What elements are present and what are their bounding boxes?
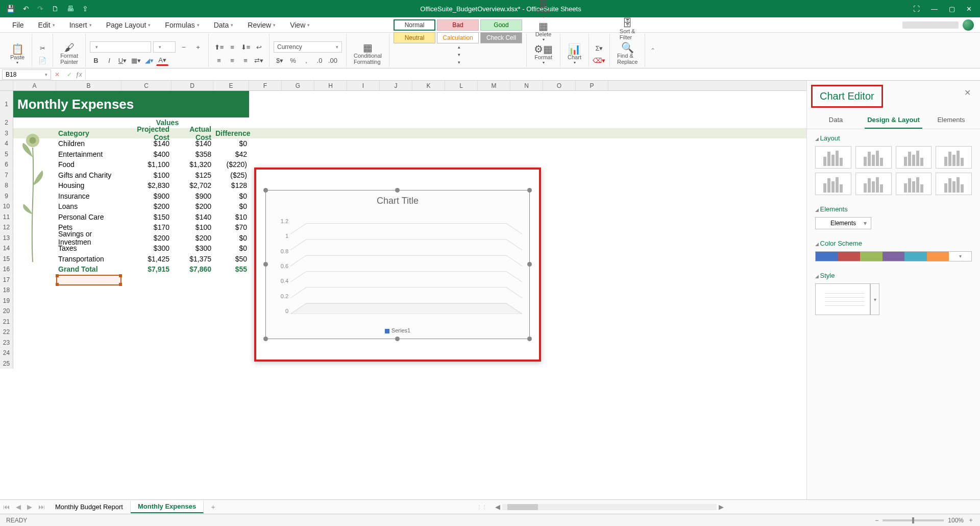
section-layout[interactable]: Layout bbox=[815, 134, 972, 142]
zoom-in-icon[interactable]: ＋ bbox=[968, 516, 974, 524]
maximize-icon[interactable]: ▢ bbox=[949, 5, 955, 13]
row-header[interactable]: 20 bbox=[0, 306, 13, 317]
layout-thumb[interactable] bbox=[936, 173, 972, 195]
accept-formula-icon[interactable]: ✓ bbox=[63, 71, 76, 78]
color-swatch[interactable] bbox=[883, 252, 905, 261]
style-dropdown-icon[interactable]: ▾ bbox=[870, 283, 879, 315]
insert-cells-button[interactable]: ▦Insert▾ bbox=[533, 0, 554, 20]
row-header[interactable]: 10 bbox=[0, 201, 13, 212]
color-scheme-dropdown-icon[interactable]: ▾ bbox=[949, 252, 971, 261]
comma-icon[interactable]: , bbox=[300, 55, 312, 66]
color-swatch[interactable] bbox=[816, 252, 838, 261]
chart-object[interactable]: Chart Title 1.210.80.60.40.20 bbox=[265, 190, 530, 339]
layout-thumb[interactable] bbox=[855, 146, 892, 169]
cut-icon[interactable]: ✂ bbox=[36, 42, 48, 54]
menu-formulas[interactable]: Formulas ▾ bbox=[158, 21, 206, 29]
hscroll-grip-icon[interactable]: ⋮⋮ bbox=[477, 504, 487, 510]
currency-icon[interactable]: $▾ bbox=[274, 55, 286, 66]
color-scheme-picker[interactable]: ▾ bbox=[815, 251, 972, 261]
col-header-C[interactable]: C bbox=[121, 81, 172, 90]
row-header[interactable]: 17 bbox=[0, 275, 13, 285]
cancel-formula-icon[interactable]: ✕ bbox=[51, 71, 63, 78]
row-header[interactable]: 5 bbox=[0, 149, 13, 160]
row-header[interactable]: 9 bbox=[0, 191, 13, 202]
new-file-icon[interactable]: 🗋 bbox=[52, 5, 59, 13]
wrap-text-icon[interactable]: ↩ bbox=[253, 41, 265, 53]
name-box[interactable]: B18 bbox=[2, 69, 51, 80]
col-header-L[interactable]: L bbox=[445, 81, 478, 90]
increase-decimal-icon[interactable]: .00 bbox=[327, 55, 339, 66]
fill-color-button[interactable]: ◢▾ bbox=[143, 55, 155, 66]
chart-plot-area[interactable] bbox=[290, 218, 522, 314]
sheet-nav-next-icon[interactable]: ▶ bbox=[24, 503, 35, 511]
chart-button[interactable]: 📊Chart▾ bbox=[565, 43, 584, 66]
sheet-nav-first-icon[interactable]: ⏮ bbox=[0, 503, 13, 511]
zoom-out-icon[interactable]: − bbox=[875, 517, 878, 524]
row-header[interactable]: 13 bbox=[0, 233, 13, 244]
sheet-nav-prev-icon[interactable]: ◀ bbox=[13, 503, 24, 511]
add-sheet-icon[interactable]: ＋ bbox=[204, 503, 223, 512]
row-header[interactable]: 22 bbox=[0, 327, 13, 338]
style-normal[interactable]: Normal bbox=[394, 19, 435, 31]
share-icon[interactable]: ⇪ bbox=[82, 5, 88, 13]
row-header[interactable]: 12 bbox=[0, 222, 13, 233]
copy-icon[interactable]: 📄 bbox=[36, 55, 48, 66]
menu-data[interactable]: Data ▾ bbox=[207, 21, 241, 29]
undo-icon[interactable]: ↶ bbox=[23, 5, 29, 13]
sheet-tab-monthly-expenses[interactable]: Monthly Expenses bbox=[131, 500, 204, 513]
menu-page-layout[interactable]: Page Layout ▾ bbox=[99, 21, 158, 29]
number-format-combo[interactable]: Currency bbox=[274, 41, 342, 53]
hscroll-right-icon[interactable]: ▶ bbox=[717, 503, 726, 511]
decrease-font-icon[interactable]: − bbox=[178, 41, 190, 53]
color-swatch[interactable] bbox=[927, 252, 949, 261]
align-middle-icon[interactable]: ≡ bbox=[226, 41, 238, 53]
menu-file[interactable]: File bbox=[5, 21, 31, 29]
col-header-A[interactable]: A bbox=[13, 81, 56, 90]
increase-font-icon[interactable]: + bbox=[192, 41, 204, 53]
delete-cells-button[interactable]: ▦Delete▾ bbox=[532, 20, 555, 43]
row-header[interactable]: 24 bbox=[0, 348, 13, 358]
row-header[interactable]: 18 bbox=[0, 285, 13, 296]
selected-cell[interactable] bbox=[56, 275, 121, 285]
col-header-H[interactable]: H bbox=[314, 81, 347, 90]
color-swatch[interactable] bbox=[838, 252, 861, 261]
elements-dropdown[interactable]: Elements bbox=[815, 217, 871, 229]
merge-icon[interactable]: ⇄▾ bbox=[253, 55, 265, 66]
autosum-icon[interactable]: Σ▾ bbox=[593, 42, 605, 54]
row-header[interactable]: 25 bbox=[0, 358, 13, 369]
tab-data[interactable]: Data bbox=[807, 112, 865, 129]
menu-edit[interactable]: Edit ▾ bbox=[31, 21, 62, 29]
row-header[interactable]: 21 bbox=[0, 317, 13, 327]
chart-legend[interactable]: Series1 bbox=[266, 327, 529, 333]
styles-more-icon[interactable]: ▾ bbox=[453, 59, 465, 66]
style-check-cell[interactable]: Check Cell bbox=[480, 32, 522, 43]
row-header[interactable]: 2 bbox=[0, 117, 13, 128]
minimize-icon[interactable]: ― bbox=[931, 5, 938, 13]
style-neutral[interactable]: Neutral bbox=[394, 32, 435, 43]
align-left-icon[interactable]: ≡ bbox=[213, 55, 225, 66]
row-header[interactable]: 11 bbox=[0, 212, 13, 223]
col-header-K[interactable]: K bbox=[412, 81, 445, 90]
color-swatch[interactable] bbox=[860, 252, 883, 261]
clear-icon[interactable]: ⌫▾ bbox=[593, 55, 605, 66]
row-header[interactable]: 3 bbox=[0, 128, 13, 139]
col-header-B[interactable]: B bbox=[56, 81, 121, 90]
style-calculation[interactable]: Calculation bbox=[437, 32, 479, 43]
layout-thumb[interactable] bbox=[815, 173, 851, 195]
menu-review[interactable]: Review ▾ bbox=[240, 21, 283, 29]
section-elements[interactable]: Elements bbox=[815, 205, 972, 213]
avatar[interactable] bbox=[963, 19, 974, 31]
underline-button[interactable]: U▾ bbox=[116, 55, 129, 66]
styles-up-icon[interactable]: ▴ bbox=[453, 43, 465, 51]
sort-filter-button[interactable]: 🗄Sort & Filter bbox=[617, 17, 639, 41]
align-center-icon[interactable]: ≡ bbox=[226, 55, 238, 66]
collapse-ribbon-icon[interactable]: ⌃ bbox=[645, 34, 660, 67]
find-replace-button[interactable]: 🔍Find & Replace bbox=[614, 41, 641, 66]
row-header[interactable]: 14 bbox=[0, 243, 13, 254]
save-icon[interactable]: 💾 bbox=[6, 5, 15, 13]
row-header[interactable]: 8 bbox=[0, 180, 13, 191]
layout-thumb[interactable] bbox=[815, 146, 851, 169]
col-header-O[interactable]: O bbox=[543, 81, 576, 90]
hscroll-left-icon[interactable]: ◀ bbox=[493, 503, 502, 511]
align-bottom-icon[interactable]: ⬇≡ bbox=[239, 41, 252, 53]
